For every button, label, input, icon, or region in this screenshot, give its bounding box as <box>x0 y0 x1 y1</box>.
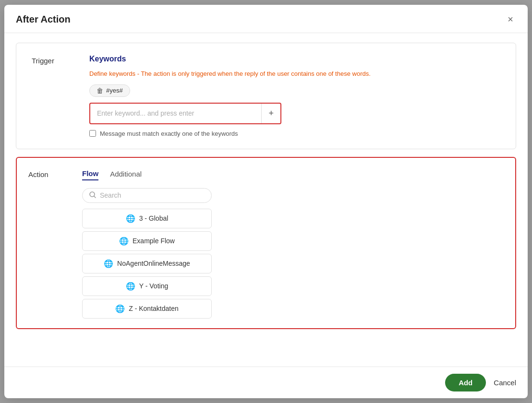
modal-footer: Add Cancel <box>4 367 528 398</box>
keyword-chip[interactable]: 🗑 #yes# <box>89 84 130 97</box>
match-exact-row: Message must match exactly one of the ke… <box>89 130 238 137</box>
flow-item-z-kontaktdaten[interactable]: 🌐 Z - Kontaktdaten <box>82 299 212 319</box>
globe-icon-1: 🌐 <box>126 214 135 223</box>
globe-icon-2: 🌐 <box>119 237 129 246</box>
svg-line-1 <box>94 196 96 198</box>
trigger-row: Trigger Keywords Define keywords - The a… <box>32 55 500 137</box>
chip-delete-icon[interactable]: 🗑 <box>97 87 103 95</box>
flow-search-input[interactable] <box>100 191 205 199</box>
chip-label: #yes# <box>106 87 123 94</box>
flow-item-label-4: Y - Voting <box>139 282 168 290</box>
cancel-button[interactable]: Cancel <box>494 379 516 387</box>
globe-icon-4: 🌐 <box>126 282 135 291</box>
match-exact-label: Message must match exactly one of the ke… <box>100 130 238 137</box>
action-content: Flow Additional <box>82 167 504 319</box>
keyword-input-row: + <box>89 103 281 124</box>
modal-title: After Action <box>16 14 71 25</box>
action-row: Action Flow Additional <box>28 167 504 319</box>
flow-item-y-voting[interactable]: 🌐 Y - Voting <box>82 276 212 296</box>
flow-item-label-5: Z - Kontaktdaten <box>129 305 179 312</box>
tab-flow[interactable]: Flow <box>82 167 98 180</box>
flow-item-label-2: Example Flow <box>133 237 175 245</box>
action-label: Action <box>28 167 67 178</box>
tabs-row: Flow Additional <box>82 167 504 180</box>
trigger-content: Keywords Define keywords - The action is… <box>89 55 500 137</box>
match-exact-checkbox[interactable] <box>89 130 96 137</box>
search-icon <box>89 191 96 200</box>
flow-item-no-agent[interactable]: 🌐 NoAgentOnlineMessage <box>82 254 212 273</box>
trigger-label: Trigger <box>32 55 70 65</box>
add-button[interactable]: Add <box>445 374 486 391</box>
keywords-title: Keywords <box>89 55 126 63</box>
trigger-section: Trigger Keywords Define keywords - The a… <box>16 43 516 149</box>
action-section: Action Flow Additional <box>16 157 516 329</box>
flow-item-3-global[interactable]: 🌐 3 - Global <box>82 209 212 228</box>
tab-additional[interactable]: Additional <box>110 167 142 180</box>
modal-header: After Action × <box>4 5 528 33</box>
flow-item-example-flow[interactable]: 🌐 Example Flow <box>82 231 212 251</box>
flow-search-container <box>82 188 212 203</box>
modal-body: Trigger Keywords Define keywords - The a… <box>4 33 528 367</box>
flow-list: 🌐 3 - Global 🌐 Example Flow 🌐 NoAgentOnl… <box>82 209 504 319</box>
keyword-input[interactable] <box>90 105 261 122</box>
globe-icon-3: 🌐 <box>104 259 113 268</box>
flow-item-label-1: 3 - Global <box>139 214 169 222</box>
flow-item-label-3: NoAgentOnlineMessage <box>117 260 190 267</box>
modal: After Action × Trigger Keywords Define k… <box>4 5 528 398</box>
keyword-add-button[interactable]: + <box>261 104 280 123</box>
globe-icon-5: 🌐 <box>115 304 125 313</box>
keywords-description: Define keywords - The action is only tri… <box>89 69 371 79</box>
modal-overlay: After Action × Trigger Keywords Define k… <box>0 0 532 403</box>
close-button[interactable]: × <box>505 13 516 25</box>
